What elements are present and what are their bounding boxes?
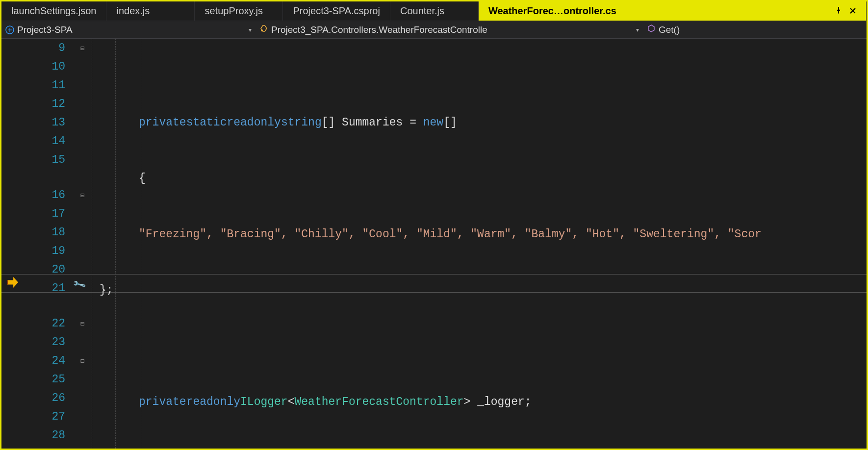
nav-class-label: Project3_SPA.Controllers.WeatherForecast… [271,25,487,35]
method-icon [647,24,656,35]
line-number: 23 [1,336,75,349]
line-number: 19 [1,245,75,257]
svg-point-1 [261,29,263,31]
line-number: 25 [1,373,75,386]
code-content[interactable]: private static readonly string[] Summari… [90,39,867,449]
nav-class[interactable]: Project3_SPA.Controllers.WeatherForecast… [259,24,643,35]
fold-toggle[interactable]: ⊟ [75,44,90,52]
class-icon [259,24,268,35]
line-number: 13 [1,116,75,129]
code-editor[interactable]: 🔧 9⊟ 10 11 12 13 14 15 16⊟ 17 18 19 20 2… [1,39,867,449]
line-number: 9 [1,42,75,54]
nav-member[interactable]: Get() [647,24,863,35]
line-number: 15 [1,153,75,166]
line-number: 14 [1,135,75,148]
editor-tab-bar: launchSettings.json index.js setupProxy.… [1,1,867,21]
tab-index-js[interactable]: index.js [106,1,195,21]
fold-toggle[interactable]: ⊟ [75,357,90,365]
line-number: 11 [1,79,75,92]
line-number: 21 [1,282,75,295]
line-number: 12 [1,98,75,110]
line-number: 22 [1,317,75,330]
tab-setupproxy-js[interactable]: setupProxy.js [195,1,283,21]
nav-project-label: Project3-SPA [17,25,73,35]
pin-icon[interactable] [835,5,842,17]
chevron-down-icon: ▾ [636,26,639,33]
nav-member-label: Get() [659,25,680,35]
line-number: 10 [1,60,75,73]
navigation-bar: Project3-SPA ▾ Project3_SPA.Controllers.… [1,21,867,39]
fold-toggle[interactable]: ⊟ [75,320,90,328]
tab-launchsettings[interactable]: launchSettings.json [1,1,106,21]
nav-project[interactable]: Project3-SPA ▾ [5,25,255,35]
line-number: 24 [1,354,75,367]
line-number: 16 [1,189,75,201]
gutter: 9⊟ 10 11 12 13 14 15 16⊟ 17 18 19 20 21 … [1,39,90,449]
tab-weatherforecast-controller[interactable]: WeatherForec…ontroller.cs [479,1,867,21]
line-number: 26 [1,392,75,404]
csharp-project-icon [5,25,14,34]
indent-guides [90,39,130,449]
line-number: 28 [1,429,75,442]
line-number: 18 [1,226,75,239]
line-number: 17 [1,207,75,220]
line-number: 29 [1,448,75,450]
close-icon[interactable] [849,5,856,17]
chevron-down-icon: ▾ [249,26,252,33]
tab-csproj[interactable]: Project3-SPA.csproj [283,1,390,21]
line-number: 20 [1,263,75,276]
fold-toggle[interactable]: ⊟ [75,191,90,200]
tab-counter-js[interactable]: Counter.js [390,1,479,21]
line-number: 27 [1,410,75,423]
